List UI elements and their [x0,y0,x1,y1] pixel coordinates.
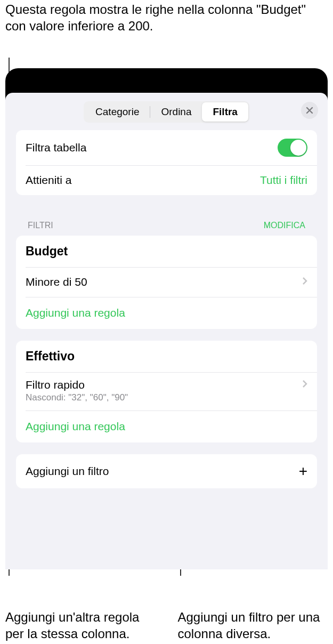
content: Filtra tabella Attieniti a Tutti i filtr… [5,130,328,488]
phone-frame: Categorie Ordina Filtra Filtra tabella A… [5,68,328,569]
filter-table-toggle[interactable] [278,139,307,157]
quick-filter-title: Filtro rapido [26,379,85,391]
quick-filter-row[interactable]: Filtro rapido Nascondi: "32", "60", "90" [16,372,317,410]
callout-bottom-right: Aggiungi un filtro per una colonna diver… [178,609,328,642]
filter-table-label: Filtra tabella [26,141,86,154]
filter-group-column: Budget [16,236,317,267]
close-icon [306,107,313,114]
segmented-control: Categorie Ordina Filtra [84,101,249,123]
sheet-header: Categorie Ordina Filtra [5,93,328,130]
tab-categories[interactable]: Categorie [85,102,150,122]
match-row[interactable]: Attieniti a Tutti i filtri [16,165,317,195]
quick-filter-detail: Nascondi: "32", "60", "90" [26,392,307,403]
callout-top: Questa regola mostra le righe nella colo… [5,1,328,34]
filter-table-row: Filtra tabella [16,130,317,165]
match-label: Attieniti a [26,174,71,187]
add-rule-button[interactable]: Aggiungi una regola [16,297,317,329]
chevron-right-icon [302,277,307,287]
edit-button[interactable]: MODIFICA [264,221,305,230]
plus-icon: + [299,464,307,479]
filter-group-effettivo: Effettivo Filtro rapido Nascondi: "32", … [16,341,317,442]
filters-section-header: FILTRI MODIFICA [16,205,317,236]
sheet: Categorie Ordina Filtra Filtra tabella A… [5,93,328,569]
chevron-right-icon [302,380,307,390]
tab-sort[interactable]: Ordina [150,102,202,122]
filter-group-column: Effettivo [16,341,317,372]
callout-bottom-left: Aggiungi un'altra regola per la stessa c… [5,609,156,642]
match-value: Tutti i filtri [260,174,307,187]
add-rule-button[interactable]: Aggiungi una regola [16,410,317,442]
add-filter-card: Aggiungi un filtro + [16,454,317,488]
close-button[interactable] [301,102,318,119]
filter-settings-card: Filtra tabella Attieniti a Tutti i filtr… [16,130,317,195]
add-filter-label: Aggiungi un filtro [26,465,109,478]
callouts-bottom: Aggiungi un'altra regola per la stessa c… [0,609,333,642]
filter-rule-row[interactable]: Minore di 50 [16,267,317,297]
tab-filter[interactable]: Filtra [202,102,248,122]
filter-group-budget: Budget Minore di 50 Aggiungi una regola [16,236,317,329]
filter-rule-text: Minore di 50 [26,276,87,288]
add-filter-button[interactable]: Aggiungi un filtro + [16,454,317,488]
filters-section-title: FILTRI [28,221,53,230]
